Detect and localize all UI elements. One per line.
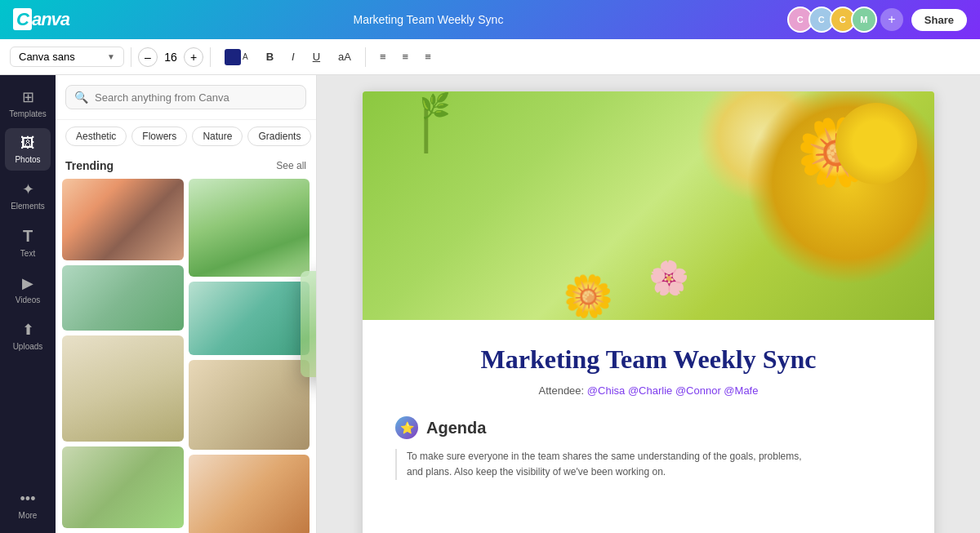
italic-icon: I <box>292 51 295 63</box>
mention-connor: @Connor <box>675 384 721 397</box>
divider-2 <box>210 47 211 67</box>
divider-3 <box>365 47 366 67</box>
search-input-wrap: 🔍 <box>65 85 306 109</box>
doc-body-text: To make sure everyone in the team shares… <box>395 449 902 480</box>
photo-thumb-2[interactable] <box>189 179 310 277</box>
header-right: C C C M + Share <box>787 7 967 33</box>
photo-grid <box>56 179 316 533</box>
videos-icon: ▶ <box>22 274 33 292</box>
photo-thumb-1[interactable] <box>62 179 184 260</box>
see-all-link[interactable]: See all <box>276 160 306 171</box>
sidebar-item-templates[interactable]: ⊞ Templates <box>5 82 51 125</box>
text-color-button[interactable]: A <box>217 45 256 69</box>
sidebar-label-photos: Photos <box>15 155 40 164</box>
canvas-area[interactable]: | 🌿 🌼 🌸 🌼 Marketing Team Weekly Sync Att… <box>317 75 980 533</box>
add-collaborator-button[interactable]: + <box>880 8 903 31</box>
elements-icon: ✦ <box>22 180 34 198</box>
font-size-value: 16 <box>161 51 180 64</box>
filter-aesthetic[interactable]: Aesthetic <box>65 127 127 146</box>
search-bar: 🔍 <box>56 75 316 120</box>
divider-1 <box>131 47 131 67</box>
underline-icon: U <box>313 51 320 63</box>
sidebar-item-elements[interactable]: ✦ Elements <box>5 174 51 217</box>
alignment-controls: ≡ ≡ ≡ <box>372 47 439 67</box>
text-icon: T <box>23 227 33 246</box>
font-family-selector[interactable]: Canva sans ▼ <box>10 47 124 67</box>
avatar-mafe: M <box>851 7 877 33</box>
share-button[interactable]: Share <box>911 9 967 31</box>
sidebar-label-elements: Elements <box>11 202 45 211</box>
photo-col-right <box>189 179 310 533</box>
photo-thumb-7[interactable] <box>62 335 184 442</box>
color-label: A <box>243 52 248 61</box>
align-right-button[interactable]: ≡ <box>417 47 439 67</box>
italic-button[interactable]: I <box>284 47 302 67</box>
doc-hero-image: | 🌿 🌼 🌸 🌼 <box>363 91 934 320</box>
body-line-2: and plans. Also keep the visibility of w… <box>407 464 902 480</box>
mention-charlie: @Charlie <box>628 384 672 397</box>
font-size-increase-button[interactable]: + <box>184 47 203 67</box>
sidebar-label-templates: Templates <box>9 109 47 118</box>
doc-content: Marketing Team Weekly Sync Attendee: @Ch… <box>363 320 934 504</box>
photo-col-left <box>62 179 184 533</box>
uploads-icon: ⬆ <box>22 321 34 339</box>
templates-icon: ⊞ <box>22 88 34 106</box>
color-swatch <box>225 49 241 65</box>
avatar-group: C C C M + <box>787 7 903 33</box>
trending-header: Trending See all <box>56 153 316 179</box>
underline-button[interactable]: U <box>305 47 327 67</box>
filter-nature[interactable]: Nature <box>192 127 243 146</box>
font-size-controls: – 16 + <box>138 47 203 67</box>
agenda-header: ⭐ Agenda <box>395 416 902 439</box>
more-icon: ••• <box>20 491 36 508</box>
document-title-area: Marketing Team Weekly Sync <box>354 13 504 26</box>
bold-icon: B <box>266 51 274 63</box>
main-content: ⊞ Templates 🖼 Photos ✦ Elements T Text ▶… <box>0 75 980 533</box>
doc-title: Marketing Team Weekly Sync <box>395 344 902 375</box>
photo-thumb-9[interactable] <box>62 446 184 528</box>
doc-attendees: Attendee: @Chisa @Charlie @Connor @Mafe <box>395 384 902 397</box>
bold-button[interactable]: B <box>259 47 281 67</box>
sidebar-label-more: More <box>19 511 38 520</box>
filter-gradients[interactable]: Gradients <box>247 127 311 146</box>
app-header: Canva Marketing Team Weekly Sync C C C M… <box>0 0 980 39</box>
sidebar-item-more[interactable]: ••• More <box>5 484 51 526</box>
grid-columns <box>62 179 310 533</box>
sidebar-item-photos[interactable]: 🖼 Photos <box>5 128 51 171</box>
agenda-title: Agenda <box>426 419 486 438</box>
trending-title: Trending <box>65 159 114 172</box>
sidebar-item-videos[interactable]: ▶ Videos <box>5 268 51 311</box>
sidebar-item-text[interactable]: T Text <box>5 220 51 264</box>
document-title: Marketing Team Weekly Sync <box>354 13 504 26</box>
search-icon: 🔍 <box>74 91 88 104</box>
sidebar-item-uploads[interactable]: ⬆ Uploads <box>5 314 51 358</box>
case-button[interactable]: aA <box>331 47 359 67</box>
chevron-down-icon: ▼ <box>107 52 115 61</box>
logo: Canva <box>13 9 69 30</box>
mention-chisa: @Chisa <box>587 384 625 397</box>
body-line-1: To make sure everyone in the team shares… <box>407 449 902 464</box>
search-input[interactable] <box>95 91 297 104</box>
sidebar-label-uploads: Uploads <box>13 342 43 351</box>
sidebar-label-videos: Videos <box>16 295 40 304</box>
agenda-icon: ⭐ <box>395 416 418 439</box>
font-name-label: Canva sans <box>19 51 75 63</box>
mention-mafe: @Mafe <box>724 384 758 397</box>
photos-panel: 🔍 Aesthetic Flowers Nature Gradients › T… <box>56 75 317 533</box>
font-size-decrease-button[interactable]: – <box>138 47 158 67</box>
photo-thumb-8[interactable] <box>189 455 310 533</box>
align-center-button[interactable]: ≡ <box>395 47 416 67</box>
align-left-button[interactable]: ≡ <box>372 47 394 67</box>
left-sidebar: ⊞ Templates 🖼 Photos ✦ Elements T Text ▶… <box>0 75 56 533</box>
photo-thumb-6[interactable] <box>189 360 310 450</box>
attendees-label: Attendee: <box>539 384 585 397</box>
photo-thumb-5[interactable] <box>189 282 310 355</box>
photo-thumb-4[interactable] <box>62 265 184 331</box>
sidebar-label-text: Text <box>20 249 35 258</box>
formatting-toolbar: Canva sans ▼ – 16 + A B I U aA ≡ ≡ ≡ <box>0 39 980 75</box>
filter-tags-bar: Aesthetic Flowers Nature Gradients › <box>56 120 316 153</box>
filter-flowers[interactable]: Flowers <box>131 127 187 146</box>
photos-icon: 🖼 <box>20 135 35 152</box>
canvas-document: | 🌿 🌼 🌸 🌼 Marketing Team Weekly Sync Att… <box>363 91 934 533</box>
